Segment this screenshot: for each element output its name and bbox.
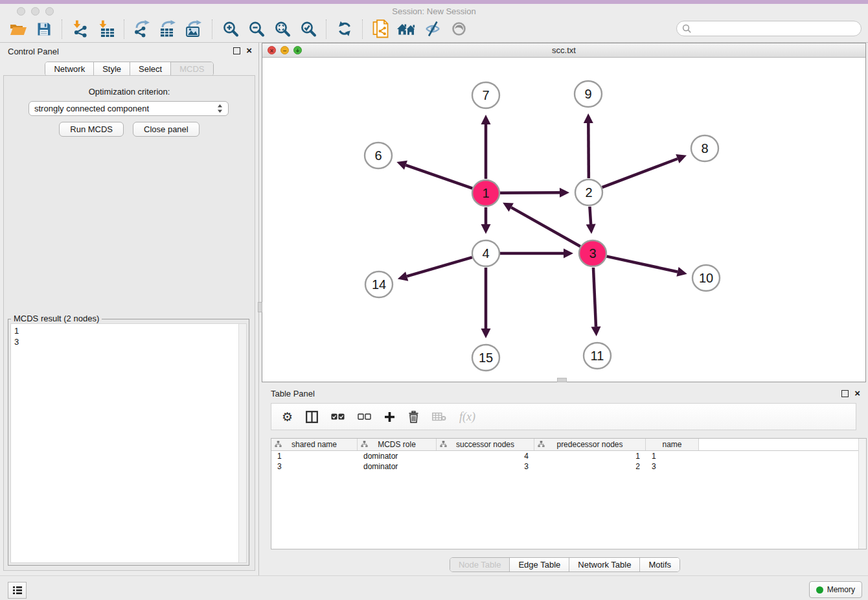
cell-name[interactable]: 1 [646,452,699,461]
graph-edge-4-3[interactable] [500,249,573,259]
close-table-panel-icon[interactable] [854,389,860,397]
graph-node-3[interactable]: 3 [579,240,606,266]
network-graph[interactable]: 7968124314101511 [262,58,865,382]
float-panel-icon[interactable] [233,47,240,54]
tab-edge-table[interactable]: Edge Table [510,558,569,571]
refresh-layout-button[interactable] [332,17,358,41]
cell-successor-nodes[interactable]: 4 [437,452,534,461]
open-session-button[interactable] [5,17,31,41]
graph-node-1[interactable]: 1 [472,180,499,206]
table-row[interactable]: 3dominator323 [271,461,866,472]
optimization-criterion-select[interactable]: strongly connected component [29,101,229,116]
column-header-name[interactable]: name [646,439,699,450]
cell-predecessor-nodes[interactable]: 1 [534,452,646,461]
delete-column-button[interactable] [408,411,419,423]
graph-node-4[interactable]: 4 [472,240,499,266]
cell-shared-name[interactable]: 3 [271,462,358,471]
graph-edge-4-14[interactable] [398,257,472,281]
hide-selected-button[interactable] [420,17,446,41]
export-table-button[interactable] [155,17,181,41]
graph-edge-2-3[interactable] [586,207,596,234]
graph-node-2[interactable]: 2 [575,179,602,205]
deselect-all-columns-button[interactable] [358,413,371,421]
column-header-successor-nodes[interactable]: successor nodes [437,439,534,450]
splitter-handle-horizontal[interactable] [557,378,567,382]
task-history-button[interactable] [8,582,27,599]
graph-node-10[interactable]: 10 [692,265,720,291]
control-panel-title: Control Panel [8,47,59,56]
search-box[interactable] [676,21,862,36]
close-panel-icon[interactable] [246,47,252,54]
cell-mcds-role[interactable]: dominator [358,462,437,471]
network-window-titlebar[interactable]: × – + scc.txt [262,43,865,58]
column-header-mcds-role[interactable]: MCDS role [358,439,437,450]
graph-edge-2-8[interactable] [602,154,687,187]
graph-node-15[interactable]: 15 [472,345,499,371]
export-network-button[interactable] [130,17,155,41]
table-scrollbar[interactable] [858,439,866,549]
close-panel-button[interactable]: Close panel [133,122,200,137]
cell-shared-name[interactable]: 1 [271,452,358,461]
graph-node-7[interactable]: 7 [472,82,499,108]
mcds-result-area[interactable]: 13 [10,323,247,563]
column-header-shared-name[interactable]: shared name [271,439,358,450]
graph-node-6[interactable]: 6 [365,143,392,168]
refresh-icon [336,21,353,37]
function-builder-button[interactable]: f(x) [459,410,475,424]
zoom-in-button[interactable] [218,17,244,41]
zoom-selected-button[interactable] [295,17,321,41]
graph-node-8[interactable]: 8 [691,135,718,161]
save-session-button[interactable] [31,17,57,41]
graph-edge-3-10[interactable] [606,257,687,277]
column-header-predecessor-nodes[interactable]: predecessor nodes [534,439,646,450]
graph-edge-4-15[interactable] [481,268,491,338]
tab-select[interactable]: Select [130,62,171,76]
table-tabs: Node TableEdge TableNetwork TableMotifs [450,557,680,572]
table-settings-button[interactable]: ⚙ [282,411,293,423]
cell-successor-nodes[interactable]: 3 [437,462,534,471]
export-image-button[interactable] [181,17,207,41]
tab-motifs[interactable]: Motifs [640,558,680,571]
graph-edge-1-2[interactable] [500,188,569,198]
graph-edge-3-11[interactable] [591,268,601,336]
run-mcds-button[interactable]: Run MCDS [59,122,124,137]
plus-icon [384,411,395,422]
import-table-button[interactable] [93,17,119,41]
tab-network[interactable]: Network [45,62,94,76]
import-network-button[interactable] [67,17,93,41]
memory-button[interactable]: Memory [809,581,862,598]
clone-network-button[interactable] [368,17,394,41]
graph-edge-1-6[interactable] [396,161,472,189]
tab-mcds[interactable]: MCDS [171,62,212,76]
tab-style[interactable]: Style [94,62,130,76]
graph-node-14[interactable]: 14 [365,271,393,297]
cell-predecessor-nodes[interactable]: 2 [534,462,646,471]
svg-text:15: 15 [479,351,493,365]
tab-network-table[interactable]: Network Table [569,558,640,571]
table-row[interactable]: 1dominator411 [271,451,866,461]
cell-name[interactable]: 3 [646,462,699,471]
graph-edge-1-4[interactable] [481,207,491,234]
graph-edge-1-7[interactable] [481,115,491,179]
float-table-panel-icon[interactable] [841,390,849,397]
show-all-button[interactable] [446,17,472,41]
delete-table-button[interactable] [432,412,446,421]
search-input[interactable] [695,22,861,35]
splitter-handle-vertical[interactable] [258,302,262,312]
graph-node-9[interactable]: 9 [575,81,602,107]
toggle-columns-button[interactable] [306,411,318,423]
graph-node-11[interactable]: 11 [584,343,611,369]
home-icon [396,21,417,36]
select-all-columns-button[interactable] [331,413,345,421]
result-scrollbar[interactable] [238,324,246,562]
graph-edge-3-1[interactable] [503,203,580,246]
column-header-label: successor nodes [456,440,514,449]
tab-node-table[interactable]: Node Table [450,558,510,571]
zoom-out-button[interactable] [244,17,269,41]
create-column-button[interactable] [384,411,395,422]
home-layout-button[interactable] [394,17,420,41]
zoom-fit-button[interactable] [269,17,295,41]
graph-edge-2-9[interactable] [584,113,593,178]
toolbar-separator [62,19,63,39]
cell-mcds-role[interactable]: dominator [358,452,437,461]
